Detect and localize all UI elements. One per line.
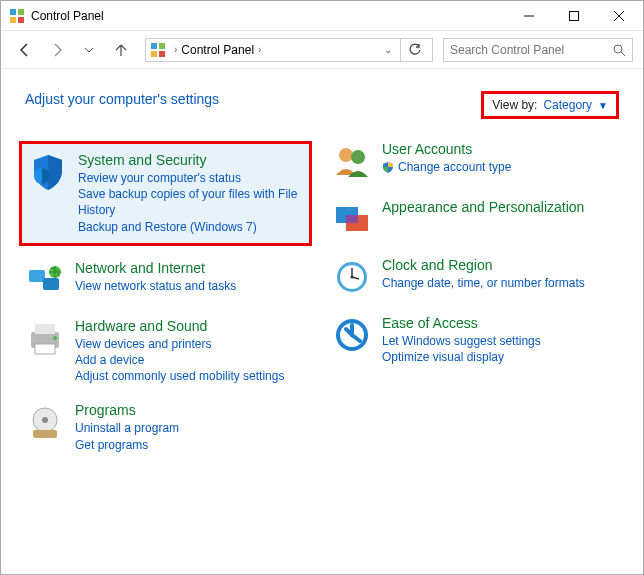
svg-rect-24 (33, 430, 57, 438)
svg-point-21 (53, 336, 57, 340)
category-link[interactable]: View network status and tasks (75, 278, 236, 294)
view-by-selector[interactable]: View by: Category ▼ (481, 91, 619, 119)
refresh-button[interactable] (400, 38, 428, 62)
up-button[interactable] (107, 36, 135, 64)
clock-icon (332, 257, 372, 297)
category-title[interactable]: Appearance and Personalization (382, 199, 584, 215)
titlebar: Control Panel (1, 1, 643, 31)
svg-rect-15 (29, 270, 45, 282)
category-network-internet[interactable]: Network and Internet View network status… (25, 260, 312, 300)
address-history-dropdown[interactable]: ⌄ (384, 44, 392, 55)
view-by-value: Category (543, 98, 592, 112)
category-link[interactable]: Backup and Restore (Windows 7) (78, 219, 301, 235)
svg-rect-16 (43, 278, 59, 290)
window-title: Control Panel (31, 9, 506, 23)
dropdown-arrow-icon: ▼ (598, 100, 608, 111)
ease-of-access-icon (332, 315, 372, 355)
svg-rect-0 (10, 9, 16, 15)
category-link[interactable]: Change date, time, or number formats (382, 275, 585, 291)
svg-rect-19 (35, 324, 55, 334)
category-system-security[interactable]: System and Security Review your computer… (19, 141, 312, 246)
printer-icon (25, 318, 65, 358)
appearance-icon (332, 199, 372, 239)
svg-rect-11 (159, 51, 165, 57)
svg-rect-9 (159, 43, 165, 49)
back-button[interactable] (11, 36, 39, 64)
chevron-right-icon[interactable]: › (258, 44, 261, 55)
uac-shield-icon (382, 161, 394, 173)
programs-icon (25, 402, 65, 442)
category-hardware-sound[interactable]: Hardware and Sound View devices and prin… (25, 318, 312, 385)
shield-icon (28, 152, 68, 192)
category-link[interactable]: View devices and printers (75, 336, 284, 352)
category-appearance[interactable]: Appearance and Personalization (332, 199, 619, 239)
svg-point-25 (339, 148, 353, 162)
recent-locations-button[interactable] (75, 36, 103, 64)
search-box[interactable] (443, 38, 633, 62)
category-title[interactable]: Programs (75, 402, 179, 418)
view-by-label: View by: (492, 98, 537, 112)
left-column: System and Security Review your computer… (25, 141, 312, 471)
svg-rect-1 (18, 9, 24, 15)
category-user-accounts[interactable]: User Accounts Change account type (332, 141, 619, 181)
svg-point-23 (42, 417, 48, 423)
close-button[interactable] (596, 1, 641, 30)
category-link[interactable]: Adjust commonly used mobility settings (75, 368, 284, 384)
minimize-button[interactable] (506, 1, 551, 30)
category-title[interactable]: System and Security (78, 152, 301, 168)
category-link[interactable]: Get programs (75, 437, 179, 453)
svg-rect-29 (346, 215, 358, 223)
category-link[interactable]: Review your computer's status (78, 170, 301, 186)
category-programs[interactable]: Programs Uninstall a program Get program… (25, 402, 312, 452)
forward-button[interactable] (43, 36, 71, 64)
address-bar[interactable]: › Control Panel › ⌄ (145, 38, 433, 62)
category-title[interactable]: Network and Internet (75, 260, 236, 276)
control-panel-icon (150, 42, 166, 58)
users-icon (332, 141, 372, 181)
category-link[interactable]: Change account type (398, 159, 511, 175)
category-title[interactable]: Hardware and Sound (75, 318, 284, 334)
svg-rect-3 (18, 17, 24, 23)
breadcrumb-root[interactable]: Control Panel (181, 43, 254, 57)
content-area: Adjust your computer's settings View by:… (1, 69, 643, 491)
svg-rect-20 (35, 344, 55, 354)
svg-point-34 (351, 276, 354, 279)
chevron-right-icon[interactable]: › (174, 44, 177, 55)
network-icon (25, 260, 65, 300)
category-ease-of-access[interactable]: Ease of Access Let Windows suggest setti… (332, 315, 619, 365)
page-heading: Adjust your computer's settings (25, 91, 219, 107)
svg-point-12 (614, 45, 622, 53)
category-link[interactable]: Optimize visual display (382, 349, 541, 365)
category-title[interactable]: Ease of Access (382, 315, 541, 331)
svg-line-13 (621, 52, 625, 56)
category-link[interactable]: Add a device (75, 352, 284, 368)
category-title[interactable]: User Accounts (382, 141, 511, 157)
svg-rect-5 (569, 11, 578, 20)
category-clock-region[interactable]: Clock and Region Change date, time, or n… (332, 257, 619, 297)
category-title[interactable]: Clock and Region (382, 257, 585, 273)
svg-point-26 (351, 150, 365, 164)
maximize-button[interactable] (551, 1, 596, 30)
control-panel-icon (9, 8, 25, 24)
category-link[interactable]: Save backup copies of your files with Fi… (78, 186, 301, 218)
right-column: User Accounts Change account type Appear… (332, 141, 619, 471)
category-link[interactable]: Let Windows suggest settings (382, 333, 541, 349)
toolbar: › Control Panel › ⌄ (1, 31, 643, 69)
svg-rect-8 (151, 43, 157, 49)
search-input[interactable] (450, 43, 612, 57)
search-icon[interactable] (612, 43, 626, 57)
svg-rect-2 (10, 17, 16, 23)
category-link[interactable]: Uninstall a program (75, 420, 179, 436)
svg-rect-10 (151, 51, 157, 57)
